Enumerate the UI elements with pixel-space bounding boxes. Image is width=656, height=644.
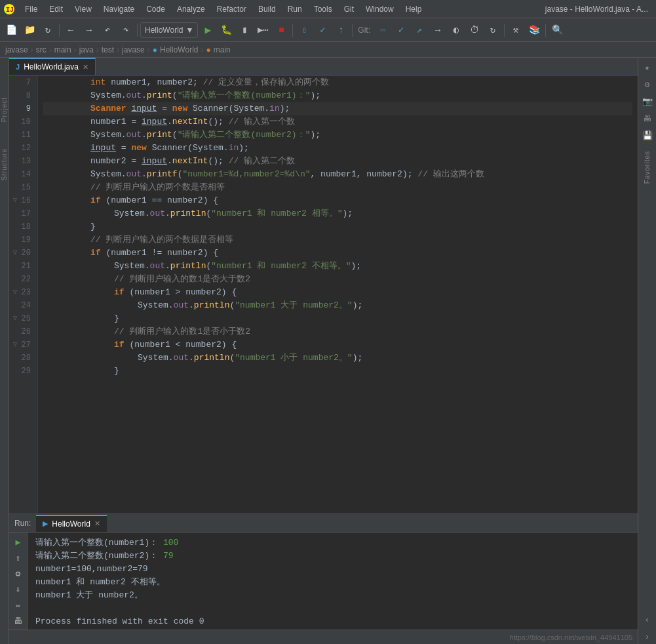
toolbar-new-btn[interactable]: 📄 [3, 22, 20, 39]
watermark: https://blog.csdn.net/weixin_44941105 [510, 634, 632, 641]
menu-code[interactable]: Code [141, 3, 170, 15]
menu-run[interactable]: Run [282, 3, 307, 15]
bc-javase2[interactable]: javase [122, 45, 145, 54]
rollback-btn[interactable]: ↻ [484, 22, 501, 39]
code-line-19: // 判断用户输入的两个数据是否相等 [43, 233, 632, 247]
fav-btn-2[interactable]: ⚙ [640, 77, 655, 92]
menu-analyze[interactable]: Analyze [172, 3, 210, 15]
run-settings-btn[interactable]: ⚙ [11, 567, 26, 581]
favorites-bar: ★ ⚙ 📷 🖶 💾 Favorites ‹ › [638, 58, 656, 644]
menu-help[interactable]: Help [400, 3, 427, 15]
vcs-update-btn[interactable]: ⇧ [296, 22, 313, 39]
code-content[interactable]: int number1, number2; // 定义变量，保存输入的两个数 S… [38, 76, 638, 513]
bc-java[interactable]: java [79, 45, 94, 54]
vcs-2-btn[interactable]: ✓ [393, 22, 410, 39]
debug-button[interactable]: 🐛 [218, 22, 235, 39]
menu-file[interactable]: File [20, 3, 43, 15]
fav-btn-4[interactable]: 🖶 [640, 111, 655, 126]
code-line-10: number1 = input.nextInt(); // 输入第一个数 [43, 115, 632, 129]
bc-javase[interactable]: javase [5, 45, 28, 54]
menu-edit[interactable]: Edit [44, 3, 68, 15]
fav-btn-5[interactable]: 💾 [640, 129, 655, 143]
toolbar-back-btn[interactable]: ← [62, 22, 79, 39]
run-wrap-btn[interactable]: ⇔ [11, 598, 26, 613]
vcs-3-btn[interactable]: ↗ [411, 22, 428, 39]
output-line-1: 请输入第一个整数(number1)： 100 [35, 536, 630, 550]
vcs-history-btn[interactable]: ◐ [448, 22, 465, 39]
fold-icon-16[interactable]: ▽ [13, 194, 17, 207]
menu-build[interactable]: Build [253, 3, 281, 15]
more-run-button[interactable]: ▶⋯ [254, 22, 271, 39]
run-tab-close-btn[interactable]: ✕ [94, 519, 100, 528]
task-btn[interactable]: ⏱ [466, 22, 483, 39]
app-window: IJ File Edit View Navigate Code Analyze … [0, 0, 656, 644]
stop-button[interactable]: ■ [273, 22, 290, 39]
line-11: 11 [12, 129, 35, 142]
project-panel-label[interactable]: Project [1, 97, 8, 122]
vcs-4-btn[interactable]: → [429, 22, 446, 39]
code-line-15: // 判断用户输入的两个数是否相等 [43, 181, 632, 194]
vcs-commit-btn[interactable]: ✓ [314, 22, 331, 39]
search-everywhere-btn[interactable]: 🔍 [549, 22, 566, 39]
vcs-1-btn[interactable]: ⎓ [374, 22, 391, 39]
line-29: 29 [12, 365, 35, 378]
menu-view[interactable]: View [69, 3, 97, 15]
run-print-btn[interactable]: 🖶 [11, 614, 26, 628]
fold-icon-25[interactable]: ▽ [13, 312, 17, 325]
run-tab-helloworld[interactable]: ▶ HelloWorld ✕ [36, 515, 106, 532]
svg-text:IJ: IJ [6, 7, 14, 14]
fav-btn-1[interactable]: ★ [640, 60, 655, 75]
run-scroll-down-btn[interactable]: ⇩ [11, 582, 26, 597]
run-panel: Run: ▶ HelloWorld ✕ ▶ ⇧ ⚙ ⇩ ⇔ [9, 513, 638, 644]
run-scroll-up-btn[interactable]: ⇧ [11, 551, 26, 565]
tab-label: HelloWorld.java [24, 62, 79, 71]
project-structure-btn[interactable]: 📚 [526, 22, 543, 39]
toolbar-sep-4 [352, 24, 353, 37]
output-line-3: number1=100,number2=79 [35, 563, 630, 576]
code-line-27: if (number1 < number2) { [43, 338, 632, 352]
toolbar-forward-btn[interactable]: → [81, 22, 98, 39]
sdk-btn[interactable]: ⚒ [507, 22, 524, 39]
bc-test[interactable]: test [102, 45, 114, 54]
structure-panel-label[interactable]: Structure [1, 148, 8, 181]
code-line-8: System.out.print("请输入第一个整数(number1)："); [43, 89, 632, 102]
code-line-22: // 判断用户输入的数1是否大于数2 [43, 273, 632, 286]
center-panel: J HelloWorld.java ✕ 7 8 9 10 11 12 13 14 [9, 58, 638, 644]
fold-icon-20[interactable]: ▽ [13, 247, 17, 260]
menu-window[interactable]: Window [360, 3, 399, 15]
vcs-push-btn[interactable]: ↑ [332, 22, 349, 39]
toolbar: 📄 📁 ↻ ← → ↶ ↷ HelloWorld ▼ ▶ 🐛 ▮ ▶⋯ ■ ⇧ … [0, 18, 656, 42]
tab-close-btn[interactable]: ✕ [83, 63, 88, 71]
menu-tools[interactable]: Tools [309, 3, 338, 15]
toolbar-refresh-btn[interactable]: ↻ [39, 22, 56, 39]
left-panel: Project Structure [0, 58, 9, 644]
toolbar-redo-btn[interactable]: ↷ [117, 22, 134, 39]
bc-src[interactable]: src [36, 45, 47, 54]
code-line-24: System.out.println("number1 大于 number2。"… [43, 299, 632, 312]
run-button[interactable]: ▶ [199, 22, 216, 39]
line-25: ▽ 25 [12, 312, 35, 325]
line-22: 22 [12, 273, 35, 286]
favorites-label[interactable]: Favorites [644, 151, 651, 184]
bc-main[interactable]: main [54, 45, 71, 54]
fav-collapse-btn[interactable]: › [640, 630, 655, 644]
menu-navigate[interactable]: Navigate [98, 3, 140, 15]
bc-main2[interactable]: main [214, 45, 231, 54]
toolbar-undo-btn[interactable]: ↶ [99, 22, 116, 39]
run-config-dropdown[interactable]: HelloWorld ▼ [140, 22, 198, 38]
line-28: 28 [12, 352, 35, 365]
run-play-btn[interactable]: ▶ [11, 535, 26, 550]
bc-helloworld-icon: ● [153, 45, 157, 54]
coverage-button[interactable]: ▮ [236, 22, 253, 39]
tab-helloworld[interactable]: J HelloWorld.java ✕ [9, 58, 96, 75]
fold-icon-23[interactable]: ▽ [13, 286, 17, 299]
menu-refactor[interactable]: Refactor [212, 3, 252, 15]
fold-icon-27[interactable]: ▽ [13, 338, 17, 352]
breadcrumb: javase › src › main › java › test › java… [0, 42, 656, 58]
menu-git[interactable]: Git [339, 3, 359, 15]
fav-expand-btn[interactable]: ‹ [640, 613, 655, 627]
fav-btn-3[interactable]: 📷 [640, 94, 655, 109]
line-8: 8 [12, 89, 35, 102]
toolbar-open-btn[interactable]: 📁 [21, 22, 38, 39]
bc-helloworld[interactable]: HelloWorld [160, 45, 198, 54]
